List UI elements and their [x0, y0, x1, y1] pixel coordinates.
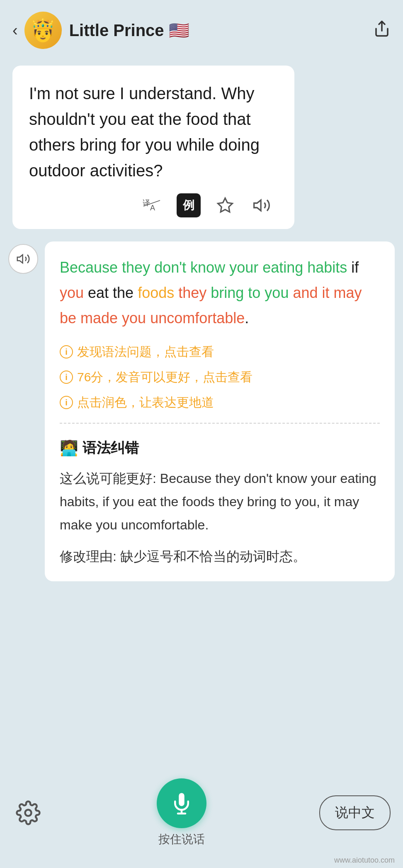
svg-marker-5 — [254, 200, 261, 211]
audio-icon[interactable] — [250, 193, 274, 217]
bubble-actions: 译 A 例 — [29, 193, 278, 217]
mic-label: 按住说话 — [158, 831, 205, 847]
grammar-body: 这么说可能更好: Because they don't know your ea… — [60, 467, 380, 568]
bottom-bar: 按住说话 说中文 — [0, 770, 403, 868]
svg-text:A: A — [150, 204, 155, 212]
translate-icon[interactable]: 译 A — [140, 193, 164, 217]
text-segment-3: you — [60, 284, 84, 301]
reason-label: 修改理由: — [60, 549, 117, 564]
polish-notice[interactable]: i 点击润色，让表达更地道 — [60, 394, 380, 411]
text-segment-5: foods — [138, 284, 174, 301]
mic-button[interactable] — [157, 778, 206, 828]
grammar-notice-text: 发现语法问题，点击查看 — [77, 344, 214, 361]
pronunciation-notice[interactable]: i 76分，发音可以更好，点击查看 — [60, 369, 380, 386]
user-message-text: I'm not sure I understand. Why shouldn't… — [29, 80, 278, 183]
ai-response-wrapper: Because they don't know your eating habi… — [0, 241, 403, 594]
text-segment-4: eat the — [84, 284, 138, 301]
favorite-icon[interactable] — [213, 193, 237, 217]
grammar-notice[interactable]: i 发现语法问题，点击查看 — [60, 344, 380, 361]
avatar: 🤴 — [24, 12, 62, 49]
watermark: www.aiotutoo.com — [334, 856, 395, 865]
svg-marker-4 — [218, 198, 233, 212]
back-button[interactable]: ‹ — [12, 22, 18, 38]
grammar-title-text: 语法纠错 — [83, 439, 139, 458]
text-segment-6: they — [174, 284, 206, 301]
header-title: Little Prince 🇺🇸 — [69, 21, 373, 40]
grammar-correction: 这么说可能更好: Because they don't know your ea… — [60, 467, 380, 536]
correction-label: 这么说可能更好: — [60, 471, 156, 486]
share-button[interactable] — [373, 20, 391, 41]
grammar-reason: 修改理由: 缺少逗号和不恰当的动词时态。 — [60, 545, 380, 568]
svg-point-7 — [25, 810, 32, 816]
header: ‹ 🤴 Little Prince 🇺🇸 — [0, 0, 403, 57]
user-message-container: I'm not sure I understand. Why shouldn't… — [0, 57, 403, 241]
settings-button[interactable] — [12, 797, 44, 829]
reason-text: 缺少逗号和不恰当的动词时态。 — [120, 549, 306, 564]
example-icon[interactable]: 例 — [177, 193, 201, 217]
ai-speaker-button[interactable] — [8, 244, 38, 274]
ai-bubble: Because they don't know your eating habi… — [45, 241, 395, 581]
svg-marker-6 — [17, 255, 23, 263]
avatar-emoji: 🤴 — [29, 18, 56, 43]
polish-notice-text: 点击润色，让表达更地道 — [77, 394, 214, 411]
text-segment-2: if — [351, 259, 359, 276]
pronunciation-notice-icon: i — [60, 371, 73, 384]
grammar-emoji: 🧑‍💻 — [60, 439, 78, 457]
grammar-section-title: 🧑‍💻 语法纠错 — [60, 439, 380, 458]
text-segment-7: bring to you — [206, 284, 289, 301]
mic-container: 按住说话 — [157, 778, 206, 847]
text-segment-1: Because they don't know your eating habi… — [60, 259, 351, 276]
pronunciation-notice-text: 76分，发音可以更好，点击查看 — [77, 369, 252, 386]
user-bubble: I'm not sure I understand. Why shouldn't… — [12, 66, 294, 229]
speak-chinese-button[interactable]: 说中文 — [319, 795, 391, 830]
section-divider — [60, 423, 380, 424]
grammar-notice-icon: i — [60, 345, 73, 358]
text-segment-9: . — [245, 310, 249, 327]
ai-response-text: Because they don't know your eating habi… — [60, 255, 380, 331]
polish-notice-icon: i — [60, 396, 73, 409]
grammar-section: 🧑‍💻 语法纠错 这么说可能更好: Because they don't kno… — [60, 435, 380, 568]
